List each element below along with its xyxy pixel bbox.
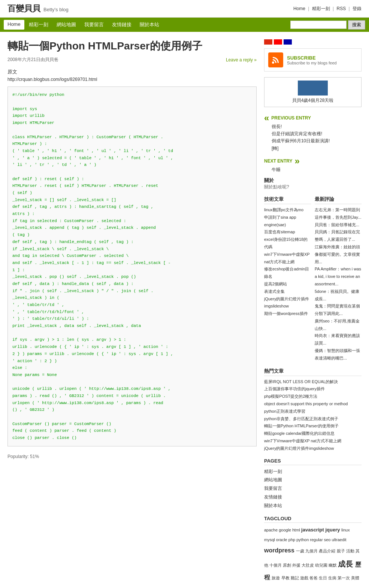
nav-about[interactable]: 關於本站 xyxy=(136,20,163,30)
tech-article-9[interactable]: jQuery的圖片幻燈片插件imgslideshow xyxy=(264,295,311,310)
taiwan-flag xyxy=(274,39,282,45)
prev-link-1[interactable]: 很長! xyxy=(272,123,362,130)
nav-home[interactable]: Home xyxy=(4,20,24,30)
leave-reply-link[interactable]: Leave a reply » xyxy=(226,57,257,63)
subscribe-box: SUBSCRIBE Subscribe to my blogs feed xyxy=(264,48,362,72)
tag-product[interactable]: 產品介紹 xyxy=(319,549,336,553)
tag-game[interactable]: 遊戲 xyxy=(300,576,309,580)
tag-regular[interactable]: regular xyxy=(310,537,324,542)
tag-parentchild[interactable]: 親子 xyxy=(337,549,346,553)
next-entry-label: NEXT ENTRY » xyxy=(264,156,362,166)
tag-google[interactable]: google xyxy=(279,528,292,532)
nav-friends[interactable]: 友情鏈接 xyxy=(108,20,135,30)
hot-article-7[interactable]: 轉貼一個Python HTMLParser的使用例子 xyxy=(264,422,362,430)
main-content: 轉貼一個Python HTMLParser的使用例子 2008年六月21日由貝貝… xyxy=(0,32,369,588)
tag-waibi[interactable]: 外援 xyxy=(292,563,302,567)
nav-highlights[interactable]: 精彩一刻 xyxy=(25,20,52,30)
code-block: #!/usr/bin/env python import sys import … xyxy=(7,87,257,446)
hot-article-8[interactable]: 轉貼google calendar國際化的出錯信息 xyxy=(264,430,362,437)
login-link[interactable]: 登錄 xyxy=(353,6,362,11)
previous-entry-links: 很長! 但是仔細讀完肯定有收穫! 倒成平蘇州6月10日最新演講! [轉] xyxy=(272,123,362,152)
tag-oracle[interactable]: oracle xyxy=(276,537,288,542)
tag-humor[interactable]: 幽默 xyxy=(329,563,338,567)
hot-article-4[interactable]: object doesn't support this property or … xyxy=(264,400,362,408)
tag-original[interactable]: 原創 xyxy=(283,563,292,567)
next-arrow-icon: » xyxy=(295,156,300,166)
tag-earlyedu[interactable]: 早教 xyxy=(281,576,291,580)
page-link-1[interactable]: 精彩一刻 xyxy=(264,467,362,476)
page-link-2[interactable]: 網站地圖 xyxy=(264,476,362,484)
tech-article-7[interactable]: 提高2個網站 xyxy=(264,281,311,288)
nav-sitemap[interactable]: 網站地圖 xyxy=(53,20,80,30)
tag-seo[interactable]: seo xyxy=(324,537,332,542)
tag-9month[interactable]: 九個月 xyxy=(305,549,319,553)
body-shop-link[interactable]: 精彩一刻 xyxy=(312,6,330,11)
tag-ultraedit[interactable]: ultraedit xyxy=(332,537,346,542)
tag-1year[interactable]: 一歲 xyxy=(296,549,305,553)
nav-message[interactable]: 我要留言 xyxy=(81,20,108,30)
tag-html[interactable]: html xyxy=(292,528,301,532)
tech-article-4[interactable]: excel身份證15位轉18的代碼 xyxy=(264,236,311,251)
about-section: 關於 關於點啥呢? xyxy=(264,177,362,190)
tech-article-5[interactable]: win7下Vmware中虛擬XP nat方式不能上網 xyxy=(264,251,311,266)
tag-mysql[interactable]: mysql xyxy=(264,537,276,542)
comment-1: 左右兄弟：第一時間題到這件事後，首先想到Jay... xyxy=(315,206,362,221)
tag-10month[interactable]: 十個月 xyxy=(269,563,283,567)
tag-javascript[interactable]: javascript xyxy=(301,527,325,533)
previous-entry-label: « PREVIOUS ENTRY xyxy=(264,113,362,123)
next-link-1[interactable]: 牛睡 xyxy=(272,166,362,173)
rss-header-link[interactable]: RSS xyxy=(337,6,346,11)
tag-travel[interactable]: 旅遊 xyxy=(272,576,281,580)
tag-bigbelly[interactable]: 大肚皮 xyxy=(302,563,315,567)
tech-article-1[interactable]: linux翻譯po文件為mo xyxy=(264,206,311,214)
tag-firsttime[interactable]: 第一次 xyxy=(338,576,351,580)
tag-kindergarten[interactable]: 幼兒園 xyxy=(315,563,329,567)
nav-links: Home 精彩一刻 網站地圖 我要留言 友情鏈接 關於本站 xyxy=(4,20,163,30)
tag-grow[interactable]: 成長 xyxy=(338,560,355,568)
prev-link-3[interactable]: 倒成平蘇州6月10日最新演講! xyxy=(272,137,362,145)
prev-link-2[interactable]: 但是仔細讀完肯定有收穫! xyxy=(272,130,362,137)
navbar: Home 精彩一刻 網站地圖 我要留言 友情鏈接 關於本站 搜索 xyxy=(0,18,369,32)
hot-article-2[interactable]: 上百個讓你事半功倍的jquery插件 xyxy=(264,385,362,393)
tag-apache[interactable]: apache xyxy=(264,528,279,532)
tag-chicken[interactable]: 雞記 xyxy=(291,576,300,580)
page-link-4[interactable]: 友情鏈接 xyxy=(264,493,362,501)
article-source-label: 原文 xyxy=(7,69,257,75)
subscribe-desc: Subscribe to my blogs feed xyxy=(287,61,337,65)
hot-article-6[interactable]: python非貪婪、多行匹配正則表達式例子 xyxy=(264,415,362,423)
tag-birthday[interactable]: 生日 xyxy=(319,576,328,580)
articles-comments-section: 技術文章 linux翻譯po文件為mo 申請到了sina app engine(… xyxy=(264,196,362,362)
tag-php[interactable]: php xyxy=(288,537,296,542)
tag-wordpress[interactable]: wordpress xyxy=(264,547,296,554)
hot-article-9[interactable]: win7下Vmware中虛擬XP nat方式不能上網 xyxy=(264,437,362,445)
hot-article-1[interactable]: 藍屏IRQL NOT LESS OR EQUAL的解決 xyxy=(264,378,362,386)
tagcloud-section: TAGCLOUD apache google html javascript j… xyxy=(264,516,362,588)
hot-article-10[interactable]: jQuery的圖片幻燈片插件imgslideshow xyxy=(264,445,362,452)
article-source-url: http://crquan.blogbus.com/logs/8269701.h… xyxy=(7,77,257,82)
search-input[interactable] xyxy=(290,21,347,29)
hot-article-3[interactable]: php模擬POST提交的2種方法 xyxy=(264,393,362,400)
tag-dad[interactable]: 爸爸 xyxy=(309,576,319,580)
page-link-5[interactable]: 關於本站 xyxy=(264,501,362,510)
sidebar: SUBSCRIBE Subscribe to my blogs feed 貝貝4… xyxy=(264,39,362,588)
page-link-3[interactable]: 我要留言 xyxy=(264,484,362,493)
prev-link-4[interactable]: [轉] xyxy=(272,145,362,152)
tag-linux[interactable]: linux xyxy=(341,528,350,532)
comment-3: 貝貝媽：貝爸記錄現在完整嗎，人家還回答了... xyxy=(315,228,362,243)
hot-article-5[interactable]: python正則表達式學習 xyxy=(264,408,362,415)
tech-article-3[interactable]: 百度也有sitemap xyxy=(264,228,311,236)
tag-activity[interactable]: 活動 xyxy=(346,549,356,553)
tag-jquery[interactable]: jquery xyxy=(325,527,341,533)
search-button[interactable]: 搜索 xyxy=(348,20,365,30)
home-header-link[interactable]: Home xyxy=(293,6,305,11)
tech-articles-col: 技術文章 linux翻譯po文件為mo 申請到了sina app engine(… xyxy=(264,196,311,362)
tag-python[interactable]: python xyxy=(296,537,310,542)
tag-sick[interactable]: 生病 xyxy=(328,576,338,580)
tech-article-10[interactable]: 期待一個wordpress插件 xyxy=(264,310,311,318)
site-subtitle: Betty's blog xyxy=(43,7,69,12)
hot-articles-title: 熱門文章 xyxy=(264,368,362,376)
rss-icon xyxy=(268,52,283,67)
tech-article-2[interactable]: 申請到了sina app engine(sae) xyxy=(264,214,311,229)
tech-article-8[interactable]: 表達式全集 xyxy=(264,288,311,295)
tech-article-6[interactable]: 修改ecshop後台admin目錄名 xyxy=(264,266,311,281)
